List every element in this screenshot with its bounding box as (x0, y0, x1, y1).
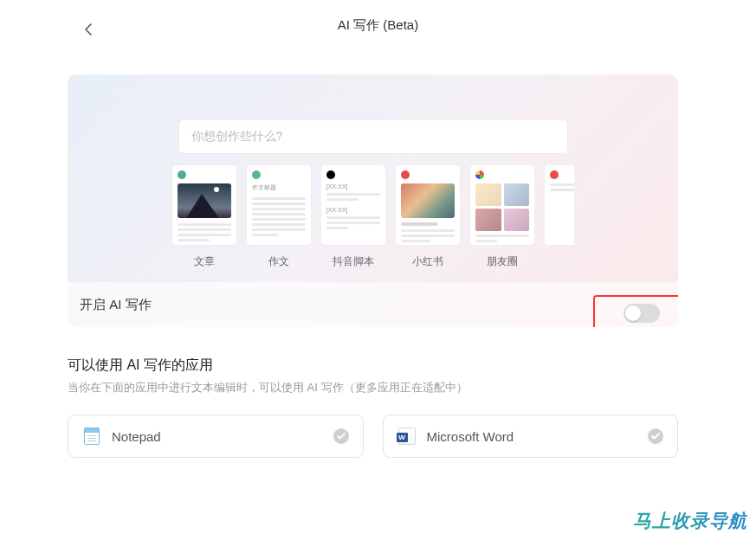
template-label: 文章 (194, 254, 215, 269)
template-list: 文章 作文标题 作文 [XX:XX] (171, 164, 574, 269)
template-thumb (171, 164, 237, 246)
template-item-more (544, 164, 574, 269)
template-label: 小红书 (412, 254, 443, 269)
template-label: 作文 (268, 254, 289, 269)
notepad-icon (82, 427, 101, 446)
toggle-highlight-box (593, 295, 678, 327)
watermark: 马上收录导航 (633, 509, 747, 533)
check-icon (648, 428, 663, 444)
apps-row: Notepad W Microsoft Word (68, 415, 678, 458)
ai-writing-toggle-label: 开启 AI 写作 (80, 297, 152, 313)
template-label: 抖音脚本 (333, 254, 374, 269)
prompt-input: 你想创作些什么? (178, 119, 568, 154)
page-title: AI 写作 (Beta) (338, 17, 418, 34)
template-item-essay: 作文标题 作文 (246, 164, 312, 269)
apps-section-desc: 当你在下面的应用中进行文本编辑时，可以使用 AI 写作（更多应用正在适配中） (68, 380, 678, 395)
template-thumb (395, 164, 461, 246)
template-thumb (469, 164, 535, 246)
ai-writing-card: 你想创作些什么? 文章 作文标题 (68, 74, 678, 327)
template-item-douyin: [XX:XX] [XX:XX] 抖音脚本 (320, 164, 386, 269)
app-name: Microsoft Word (427, 429, 638, 444)
template-item-moments: 朋友圈 (469, 164, 535, 269)
word-icon: W (397, 427, 417, 446)
toggle-row: 开启 AI 写作 (68, 282, 678, 327)
apps-section-title: 可以使用 AI 写作的应用 (68, 357, 678, 375)
template-label: 朋友圈 (487, 254, 518, 269)
template-item-xiaohongshu: 小红书 (395, 164, 461, 269)
prompt-placeholder: 你想创作些什么? (191, 129, 283, 145)
ai-writing-toggle[interactable] (624, 304, 660, 323)
template-thumb: 作文标题 (246, 164, 312, 246)
preview-container: 你想创作些什么? 文章 作文标题 (68, 119, 678, 269)
apps-section: 可以使用 AI 写作的应用 当你在下面的应用中进行文本编辑时，可以使用 AI 写… (68, 357, 678, 458)
template-thumb (544, 164, 574, 246)
app-card-notepad[interactable]: Notepad (68, 415, 364, 458)
app-card-word[interactable]: W Microsoft Word (383, 415, 679, 458)
template-thumb: [XX:XX] [XX:XX] (320, 164, 386, 246)
app-name: Notepad (112, 429, 323, 444)
back-button[interactable] (78, 19, 99, 40)
check-icon (333, 428, 349, 444)
template-item-article: 文章 (171, 164, 237, 269)
toggle-knob (625, 305, 641, 321)
template-sublabel: 作文标题 (252, 183, 306, 192)
